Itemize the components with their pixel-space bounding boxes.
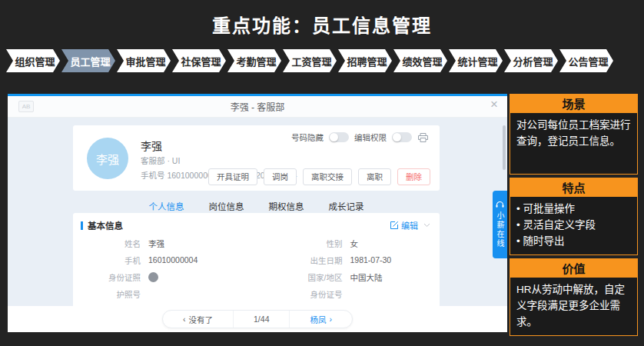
employee-pager: ‹ 没有了 1/44 杨凤 › [162, 310, 353, 328]
nav-tab-social-security[interactable]: 社保管理 [172, 49, 226, 72]
features-section: 特点 可批量操作 灵活自定义字段 随时导出 [510, 178, 638, 255]
nav-tab-employee[interactable]: 员工管理 [61, 49, 115, 72]
printer-icon[interactable] [417, 132, 429, 143]
field-value: 女 [350, 238, 359, 249]
feature-sidebar: 场景 对公司每位员工档案进行查询，登记员工信息。 特点 可批量操作 灵活自定义字… [510, 94, 638, 332]
field-value: 16010000004 [148, 255, 198, 264]
tab-position-info[interactable]: 岗位信息 [209, 200, 244, 212]
chevron-down-icon[interactable] [423, 223, 430, 228]
field-label: 出生日期 [257, 255, 343, 266]
headset-icon [496, 201, 504, 208]
field-label: 姓名 [73, 238, 141, 249]
section-accent-bar [81, 221, 83, 230]
field-value: 1981-07-30 [350, 255, 392, 264]
employee-detail-modal: AB 李强 - 客服部 × 号码隐藏 编辑权限 李强 李强 客服部 · UI 手… [8, 94, 507, 332]
nav-tab-recruit[interactable]: 招聘管理 [338, 49, 392, 72]
modal-title: 李强 - 客服部 [231, 100, 285, 113]
nav-tab-salary[interactable]: 工资管理 [283, 49, 337, 72]
nav-tab-statistics[interactable]: 统计管理 [449, 49, 503, 72]
field-label: 国家/地区 [257, 271, 343, 283]
fields-grid: 姓名李强 性别女 手机16010000004 出生日期1981-07-30 身份… [73, 235, 440, 306]
edit-permission-toggle[interactable] [392, 132, 412, 142]
service-tab-label: 小薪在线 [494, 211, 506, 248]
scenario-title: 场景 [510, 94, 638, 113]
nav-tab-attendance[interactable]: 考勤管理 [227, 49, 281, 72]
resign-handover-button[interactable]: 离职交接 [303, 168, 352, 185]
edit-button[interactable]: 编辑 [390, 219, 418, 231]
modal-body: 号码隐藏 编辑权限 李强 李强 客服部 · UI 手机号 16010000004… [8, 118, 507, 332]
field-label: 性别 [257, 238, 343, 249]
field-label: 身份证号 [257, 288, 343, 300]
value-text: HR从劳动中解放，自定义字段满足更多企业需求。 [510, 278, 638, 336]
module-nav: 组织管理 员工管理 审批管理 社保管理 考勤管理 工资管理 招聘管理 绩效管理 … [6, 49, 613, 72]
profile-toolbar: 号码隐藏 编辑权限 [291, 131, 429, 143]
tab-option-info[interactable]: 期权信息 [269, 200, 304, 212]
modal-header: AB 李强 - 客服部 × [8, 96, 507, 118]
avatar: 李强 [87, 138, 128, 179]
field-label: 身份证照 [73, 271, 141, 283]
online-service-tab[interactable]: 小薪在线 [493, 191, 507, 258]
field-row: 姓名李强 性别女 [73, 235, 440, 251]
nav-tab-org[interactable]: 组织管理 [6, 49, 60, 72]
nav-tab-approval[interactable]: 审批管理 [117, 49, 171, 72]
field-label: 护照号 [73, 288, 141, 300]
basic-info-title: 基本信息 [88, 219, 390, 231]
features-title: 特点 [510, 178, 638, 197]
resign-button[interactable]: 离职 [358, 168, 391, 185]
edit-icon [390, 221, 399, 230]
prev-label: 没有了 [189, 314, 214, 325]
field-row: 手机16010000004 出生日期1981-07-30 [73, 251, 440, 268]
field-row: 身份证照 国家/地区中国大陆 [73, 268, 440, 285]
nav-tab-performance[interactable]: 绩效管理 [393, 49, 447, 72]
features-list: 可批量操作 灵活自定义字段 随时导出 [510, 197, 638, 255]
field-row: 护照号 身份证号 [73, 285, 440, 302]
scenario-section: 场景 对公司每位员工档案进行查询，登记员工信息。 [510, 94, 638, 175]
scrollbar-thumb[interactable] [503, 125, 506, 170]
tab-personal-info[interactable]: 个人信息 [149, 200, 184, 212]
nav-tab-analysis[interactable]: 分析管理 [504, 49, 558, 72]
field-label: 手机 [73, 255, 141, 266]
basic-info-card: 基本信息 编辑 姓名李强 性别女 手机16010000004 [73, 213, 440, 306]
detail-tabs: 个人信息 岗位信息 期权信息 成长记录 [73, 200, 440, 212]
slide-background: 重点功能：员工信息管理 组织管理 员工管理 审批管理 社保管理 考勤管理 工资管… [0, 0, 644, 346]
field-value: 李强 [148, 238, 164, 249]
pager-prev-button[interactable]: ‹ 没有了 [163, 311, 233, 328]
prev-arrow-icon: ‹ [183, 314, 186, 324]
employee-name: 李强 [141, 138, 162, 153]
scenario-text: 对公司每位员工档案进行查询，登记员工信息。 [510, 113, 638, 175]
basic-info-header: 基本信息 编辑 [73, 213, 440, 235]
tab-growth-record[interactable]: 成长记录 [329, 200, 364, 212]
feature-item: 随时导出 [516, 234, 631, 250]
edit-permission-label: 编辑权限 [354, 131, 387, 143]
page-count: 1/44 [254, 314, 269, 324]
nav-tab-announcement[interactable]: 公告管理 [559, 49, 613, 72]
employee-dept: 客服部 · UI [141, 155, 180, 166]
pagination-strip: ‹ 没有了 1/44 杨凤 › [8, 306, 507, 332]
font-badge-icon: AB [18, 101, 34, 112]
next-label: 杨凤 [310, 314, 326, 325]
action-buttons: 开具证明 调岗 离职交接 离职 删除 [208, 168, 430, 185]
field-value: 中国大陆 [350, 271, 383, 283]
value-title: 价值 [510, 258, 638, 278]
page-title: 重点功能：员工信息管理 [0, 11, 644, 38]
id-photo-icon[interactable] [148, 272, 158, 282]
close-icon[interactable]: × [490, 97, 498, 112]
delete-button[interactable]: 删除 [397, 168, 430, 185]
pager-position: 1/44 [233, 311, 289, 328]
profile-card: 号码隐藏 编辑权限 李强 李强 客服部 · UI 手机号 16010000004… [73, 125, 440, 191]
hide-number-toggle[interactable] [329, 132, 349, 142]
issue-certificate-button[interactable]: 开具证明 [208, 168, 257, 185]
pager-next-button[interactable]: 杨凤 › [289, 311, 352, 328]
feature-item: 灵活自定义字段 [516, 218, 631, 234]
next-arrow-icon: › [329, 314, 332, 324]
feature-item: 可批量操作 [516, 201, 631, 218]
transfer-post-button[interactable]: 调岗 [264, 168, 297, 185]
edit-label: 编辑 [401, 219, 418, 231]
hide-number-label: 号码隐藏 [291, 131, 324, 143]
value-section: 价值 HR从劳动中解放，自定义字段满足更多企业需求。 [510, 258, 638, 332]
